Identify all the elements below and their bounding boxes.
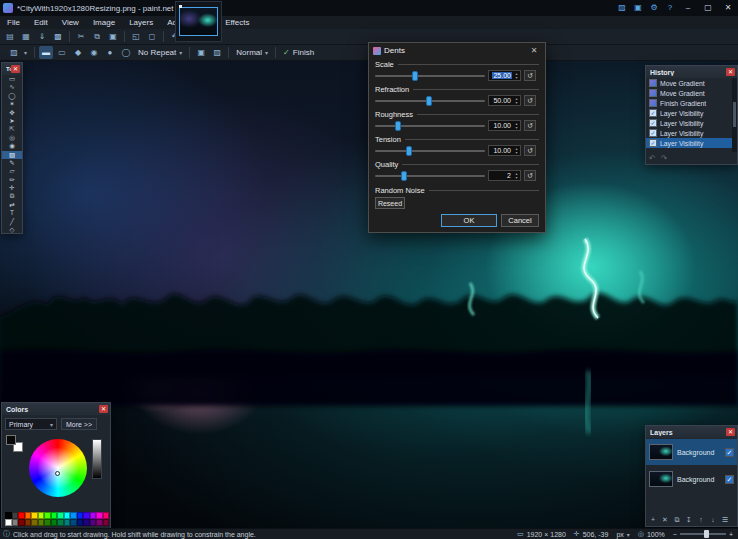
close-icon[interactable]: ✕ <box>726 428 735 436</box>
menu-view[interactable]: View <box>55 16 86 29</box>
quality-input[interactable]: 2▴▾ <box>488 170 521 181</box>
lasso-select-tool[interactable]: ∿ <box>2 83 22 91</box>
close-icon[interactable]: ✕ <box>527 46 541 55</box>
move-layer-down-button[interactable]: ↓ <box>708 514 718 525</box>
history-scrollbar[interactable] <box>732 78 737 152</box>
color-wheel-marker[interactable] <box>55 471 60 476</box>
magic-wand-tool[interactable]: ✶ <box>2 100 22 108</box>
color-wheel[interactable] <box>29 439 87 497</box>
layer-visible-checkbox[interactable]: ✓ <box>725 475 734 484</box>
paint-bucket-tool[interactable]: ◉ <box>2 142 22 150</box>
text-tool[interactable]: T <box>2 209 22 217</box>
color-picker-tool[interactable]: ✛ <box>2 184 22 192</box>
save-file-button[interactable]: ⇓ <box>35 30 49 43</box>
history-panel-header[interactable]: History ✕ <box>646 66 737 78</box>
linear-gradient-button[interactable]: ▬ <box>39 46 53 59</box>
help-icon[interactable]: ? <box>662 0 678 16</box>
deselect-button[interactable]: ◻ <box>145 30 159 43</box>
spinner[interactable]: ▴▾ <box>513 121 520 130</box>
menu-effects[interactable]: Effects <box>218 16 256 29</box>
alpha-channel-button[interactable]: ▨ <box>210 46 224 59</box>
linear-reflected-gradient-button[interactable]: ▭ <box>55 46 69 59</box>
delete-layer-button[interactable]: ✕ <box>660 514 670 525</box>
open-file-button[interactable]: ▦ <box>19 30 33 43</box>
history-item[interactable]: Finish Gradient <box>646 98 732 108</box>
menu-edit[interactable]: Edit <box>27 16 55 29</box>
shapes-tool[interactable]: ◇ <box>2 226 22 234</box>
diamond-gradient-button[interactable]: ◆ <box>71 46 85 59</box>
zoom-slider-thumb[interactable] <box>704 530 709 538</box>
tension-input[interactable]: 10.00▴▾ <box>488 145 521 156</box>
cut-button[interactable]: ✂ <box>74 30 88 43</box>
move-layer-up-button[interactable]: ↑ <box>696 514 706 525</box>
settings-gear-icon[interactable]: ⚙ <box>646 0 662 16</box>
roughness-input[interactable]: 10.00▴▾ <box>488 120 521 131</box>
tension-slider[interactable] <box>375 150 485 152</box>
palette-icon[interactable]: ▣ <box>630 0 646 16</box>
pencil-tool[interactable]: ✏ <box>2 176 22 184</box>
undo-icon[interactable]: ↶ <box>649 154 656 163</box>
more-button[interactable]: More >> <box>61 418 97 430</box>
layers-panel-header[interactable]: Layers ✕ <box>646 426 737 438</box>
line-curve-tool[interactable]: ╱ <box>2 218 22 226</box>
layer-item[interactable]: Background✓ <box>646 466 737 492</box>
reset-refraction-button[interactable]: ↺ <box>524 95 536 106</box>
new-file-button[interactable]: ▤ <box>3 30 17 43</box>
spinner[interactable]: ▴▾ <box>513 71 520 80</box>
slider-thumb[interactable] <box>412 71 418 81</box>
spin-down-icon[interactable]: ▾ <box>515 101 517 105</box>
menu-layers[interactable]: Layers <box>122 16 160 29</box>
color-target-dropdown[interactable]: Primary ▾ <box>5 418 57 430</box>
close-icon[interactable]: ✕ <box>11 65 20 73</box>
spin-down-icon[interactable]: ▾ <box>515 176 517 180</box>
reset-roughness-button[interactable]: ↺ <box>524 120 536 131</box>
spin-down-icon[interactable]: ▾ <box>515 151 517 155</box>
quality-slider[interactable] <box>375 175 485 177</box>
reseed-button[interactable]: Reseed <box>375 197 405 209</box>
spinner[interactable]: ▴▾ <box>513 96 520 105</box>
merge-layer-down-button[interactable]: ↧ <box>684 514 694 525</box>
refraction-input[interactable]: 50.00▴▾ <box>488 95 521 106</box>
brightness-slider[interactable] <box>92 439 102 479</box>
rectangle-select-tool[interactable]: ▭ <box>2 75 22 83</box>
layer-item[interactable]: Background✓ <box>646 439 737 465</box>
redo-icon[interactable]: ↷ <box>661 154 668 163</box>
color-picker-icon[interactable]: ▨ <box>614 0 630 16</box>
menu-file[interactable]: File <box>0 16 27 29</box>
radial-gradient-button[interactable]: ◉ <box>87 46 101 59</box>
reset-scale-button[interactable]: ↺ <box>524 70 536 81</box>
move-selection-tool[interactable]: ⇱ <box>2 125 22 133</box>
image-tab-thumbnail[interactable] <box>175 1 222 42</box>
add-layer-button[interactable]: + <box>648 514 658 525</box>
primary-color-swatch[interactable] <box>6 435 16 445</box>
crop-to-selection-button[interactable]: ◱ <box>129 30 143 43</box>
roughness-slider[interactable] <box>375 125 485 127</box>
slider-thumb[interactable] <box>401 171 407 181</box>
recolor-tool[interactable]: ⇄ <box>2 201 22 209</box>
menu-image[interactable]: Image <box>86 16 122 29</box>
copy-button[interactable]: ⧉ <box>90 30 104 43</box>
slider-thumb[interactable] <box>426 96 432 106</box>
palette-swatch[interactable] <box>103 519 110 526</box>
active-tool-chip[interactable]: ▨ ▾ <box>3 46 31 59</box>
gradient-tool[interactable]: ▨ <box>2 151 22 159</box>
maximize-button[interactable]: ▢ <box>698 0 718 16</box>
ellipse-select-tool[interactable]: ◯ <box>2 92 22 100</box>
minimize-button[interactable]: – <box>678 0 698 16</box>
pan-tool[interactable]: ✥ <box>2 109 22 117</box>
ok-button[interactable]: OK <box>441 214 497 227</box>
layer-visible-checkbox[interactable]: ✓ <box>725 448 734 457</box>
zoom-slider[interactable] <box>680 533 726 535</box>
scale-input[interactable]: 25.00▴▾ <box>488 70 521 81</box>
repeat-mode-dropdown[interactable]: No Repeat ▾ <box>134 46 186 59</box>
close-icon[interactable]: ✕ <box>99 405 108 413</box>
layer-properties-button[interactable]: ☰ <box>720 514 730 525</box>
zoom-in-button[interactable]: + <box>729 531 733 538</box>
color-channel-button[interactable]: ▣ <box>194 46 208 59</box>
spinner[interactable]: ▴▾ <box>513 171 520 180</box>
zoom-out-button[interactable]: − <box>673 531 677 538</box>
tools-panel-header[interactable]: Tools ✕ <box>2 63 22 75</box>
history-item[interactable]: ✓Layer Visibility <box>646 138 732 148</box>
colors-panel-header[interactable]: Colors ✕ <box>2 403 110 415</box>
move-selected-pixels-tool[interactable]: ➤ <box>2 117 22 125</box>
